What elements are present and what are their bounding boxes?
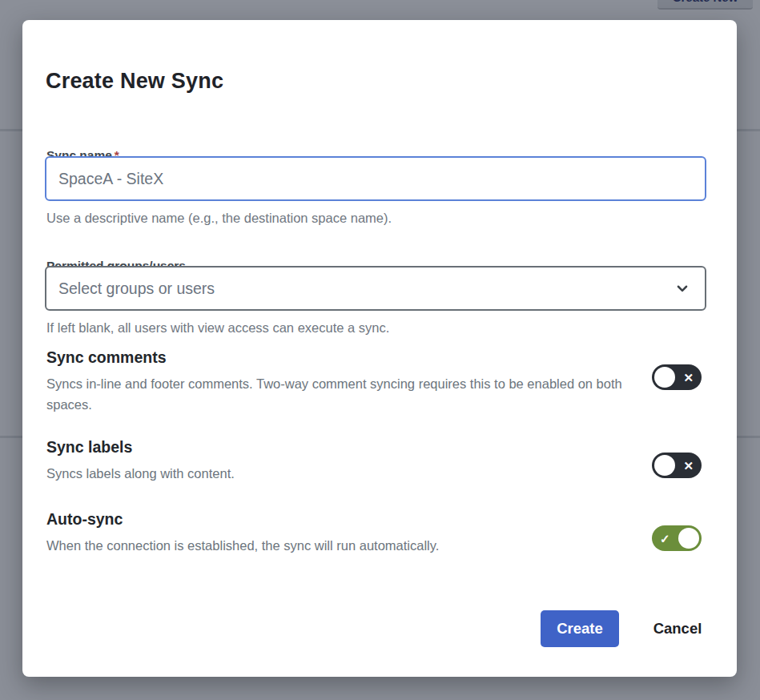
sync-name-helper-text: Use a descriptive name (e.g., the destin… [46,211,392,226]
permitted-groups-helper-text: If left blank, all users with view acces… [46,320,389,336]
sync-name-input[interactable] [45,156,706,201]
toggle-knob [654,367,675,388]
create-button[interactable]: Create [541,610,619,647]
cancel-button[interactable]: Cancel [637,610,718,647]
chevron-down-icon [675,281,690,296]
cross-icon: ✕ [683,372,694,384]
toggle-knob [654,455,675,476]
background-create-new-button: Create New [657,0,753,10]
sync-comments-description: Syncs in-line and footer comments. Two-w… [46,373,645,416]
sync-comments-heading: Sync comments [46,348,167,367]
sync-labels-heading: Sync labels [46,438,132,457]
background-create-new-label: Create New [673,0,738,4]
cross-icon: ✕ [683,460,694,472]
auto-sync-description: When the connection is established, the … [46,535,439,556]
check-icon: ✓ [660,533,670,545]
dialog-title: Create New Sync [46,69,223,94]
auto-sync-toggle[interactable]: ✓ [652,525,702,551]
toggle-knob [678,528,699,549]
create-new-sync-dialog: Create New Sync Sync name* Use a descrip… [22,20,737,677]
sync-comments-toggle[interactable]: ✕ [652,364,702,390]
auto-sync-heading: Auto-sync [46,510,123,529]
groups-users-select[interactable]: Select groups or users [45,266,706,311]
sync-labels-toggle[interactable]: ✕ [652,453,702,478]
sync-labels-description: Syncs labels along with content. [46,463,235,484]
select-placeholder: Select groups or users [58,280,675,298]
